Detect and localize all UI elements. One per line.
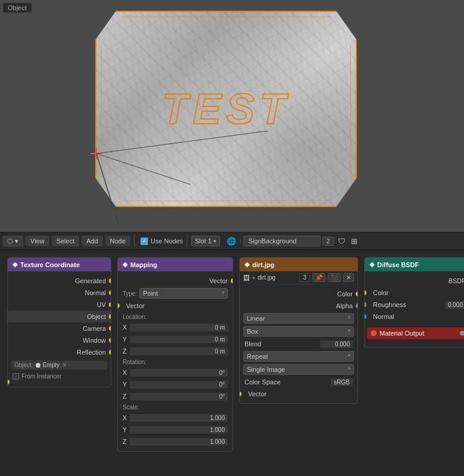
mapping-loc-z-label: Z bbox=[123, 347, 130, 355]
mapping-scale-y-field[interactable]: 1.000 bbox=[130, 426, 228, 434]
dirt-color-space-field[interactable]: sRGB bbox=[331, 378, 353, 386]
tc-normal-socket bbox=[109, 290, 111, 295]
node-editor: ◈ Texture Coordinate Generated Normal UV… bbox=[0, 250, 464, 476]
mapping-loc-y-row: Y 0 m bbox=[118, 333, 233, 345]
editor-type-icon: ⬡ bbox=[7, 237, 13, 245]
diffuse-color-in-socket bbox=[364, 290, 366, 295]
tc-uv-socket bbox=[109, 302, 111, 307]
object-mode-tag: Object bbox=[3, 3, 32, 12]
separator-1 bbox=[134, 235, 134, 247]
image-expand-icon: ▾ bbox=[252, 275, 255, 281]
mapping-scale-z-field[interactable]: 1.000 bbox=[130, 438, 228, 446]
add-menu-button[interactable]: Add bbox=[81, 236, 103, 246]
tc-object-value: Empty bbox=[43, 362, 59, 368]
tc-object-field-label: Object: bbox=[14, 362, 33, 368]
use-nodes-label: Use Nodes bbox=[151, 237, 183, 245]
mapping-rot-y-row: Y 0° bbox=[118, 378, 233, 390]
dirt-repeat-value: Repeat bbox=[247, 353, 268, 360]
mapping-rotation-label: Rotation: bbox=[123, 359, 146, 365]
dirt-color-socket bbox=[356, 292, 358, 296]
mapping-type-value: Point bbox=[143, 290, 158, 297]
mapping-scale-label: Scale: bbox=[123, 404, 139, 411]
diffuse-node-header: ◈ Diffuse BSDF bbox=[365, 258, 464, 271]
editor-type-button[interactable]: ⬡ ▾ bbox=[2, 236, 23, 247]
mapping-loc-z-row: Z 0 m bbox=[118, 345, 233, 357]
mapping-rot-x-label: X bbox=[123, 369, 130, 376]
dirt-single-image-row: Single Image ▾ bbox=[240, 363, 358, 376]
dirt-single-image-arrow-icon: ▾ bbox=[348, 366, 350, 373]
dirt-extension-row: Box ▾ bbox=[240, 325, 358, 338]
dirt-blend-field[interactable]: 0.000 bbox=[320, 340, 353, 348]
image-browse-icon: 🖼 bbox=[243, 274, 250, 281]
tc-object-field-area: Object: Empty ✕ bbox=[8, 358, 111, 372]
tc-camera-socket bbox=[109, 326, 111, 331]
mapping-type-dropdown[interactable]: Point ▾ bbox=[139, 288, 228, 299]
dirt-repeat-dropdown[interactable]: Repeat ▾ bbox=[243, 351, 354, 362]
tc-from-instancer-row: From Instancer bbox=[8, 372, 111, 381]
mapping-type-row: Type: Point ▾ bbox=[118, 287, 233, 300]
select-menu-button[interactable]: Select bbox=[52, 236, 80, 246]
mapping-scale-x-field[interactable]: 1.000 bbox=[130, 414, 228, 422]
mapping-loc-x-field[interactable]: 0 m bbox=[130, 324, 228, 331]
dirt-alpha-out-row: Alpha bbox=[240, 300, 358, 312]
tc-node-header: ◈ Texture Coordinate bbox=[8, 258, 111, 271]
mapping-loc-y-field[interactable]: 0 m bbox=[130, 336, 228, 343]
sign-plaque: TEST bbox=[95, 11, 357, 207]
diffuse-bsdf-out-label: BSDF bbox=[369, 277, 464, 284]
slot-dropdown[interactable]: Slot 1 ▾ bbox=[191, 236, 220, 246]
dirt-pin-button[interactable]: 📌 bbox=[312, 273, 325, 282]
dirt-interpolation-dropdown[interactable]: Linear ▾ bbox=[243, 313, 354, 324]
dirt-interpolation-value: Linear bbox=[247, 315, 265, 322]
diffuse-normal-in-socket bbox=[364, 314, 366, 319]
diffuse-roughness-label: Roughness bbox=[373, 301, 445, 308]
tc-node-title: Texture Coordinate bbox=[20, 261, 80, 268]
mapping-vector-in-socket bbox=[117, 303, 120, 308]
mapping-scale-x-label: X bbox=[123, 414, 130, 421]
mapping-loc-z-field[interactable]: 0 m bbox=[130, 347, 228, 355]
tc-generated-row: Generated bbox=[8, 275, 111, 287]
mapping-scale-x-row: X 1.000 bbox=[118, 412, 233, 424]
dirt-extension-dropdown[interactable]: Box ▾ bbox=[243, 326, 354, 337]
use-nodes-area: ✓ Use Nodes bbox=[140, 237, 183, 245]
dirt-color-out-label: Color bbox=[244, 290, 353, 298]
mapping-rot-y-label: Y bbox=[123, 381, 130, 388]
dirt-browse-button[interactable]: ⬛ bbox=[328, 273, 341, 282]
mapping-location-label: Location: bbox=[123, 314, 147, 320]
tc-bottom-spacer bbox=[8, 381, 111, 383]
shield-icon-button[interactable]: 🛡 bbox=[336, 237, 347, 246]
mapping-node-body: Vector Type: Point ▾ Vector Location: bbox=[118, 271, 233, 451]
dirt-single-image-value: Single Image bbox=[247, 366, 285, 373]
slot-label: Slot 1 bbox=[195, 237, 212, 245]
tc-object-clear-icon[interactable]: ✕ bbox=[62, 362, 67, 368]
mapping-rot-z-label: Z bbox=[123, 393, 130, 400]
mapping-header-icon: ◈ bbox=[123, 261, 127, 268]
dirt-filename: dirt.jpg bbox=[258, 274, 297, 281]
diffuse-normal-label: Normal bbox=[373, 313, 394, 320]
dirt-interpolation-row: Linear ▾ bbox=[240, 312, 358, 325]
mapping-rot-x-field[interactable]: 0° bbox=[130, 369, 228, 377]
dirt-node-title: dirt.jpg bbox=[252, 261, 274, 268]
material-output-node[interactable]: Material Output bbox=[367, 327, 464, 339]
from-instancer-checkbox[interactable] bbox=[12, 373, 19, 380]
mapping-rot-z-field[interactable]: 0° bbox=[130, 393, 228, 400]
dirt-single-image-dropdown[interactable]: Single Image ▾ bbox=[243, 364, 354, 375]
tc-object-label: Object bbox=[12, 313, 106, 320]
dirt-close-button[interactable]: ✕ bbox=[343, 273, 354, 282]
3d-viewport[interactable]: Object TEST bbox=[0, 0, 464, 232]
dirt-extension-value: Box bbox=[247, 328, 258, 335]
new-node-button[interactable]: ⊞ bbox=[349, 237, 359, 246]
mapping-rot-y-field[interactable]: 0° bbox=[130, 381, 228, 389]
slot-arrow-icon: ▾ bbox=[214, 239, 216, 244]
node-menu-button[interactable]: Node bbox=[105, 236, 130, 246]
use-nodes-checkbox[interactable]: ✓ bbox=[140, 237, 148, 245]
node-editor-toolbar: ⬡ ▾ View Select Add Node ✓ Use Nodes Slo… bbox=[0, 232, 464, 250]
globe-icon-button[interactable]: 🌐 bbox=[225, 237, 238, 246]
diffuse-color-row: Color bbox=[365, 287, 464, 299]
diffuse-roughness-field[interactable]: 0.000 bbox=[445, 301, 464, 309]
dirt-node-header: ◈ dirt.jpg bbox=[240, 258, 358, 271]
3d-cursor bbox=[90, 148, 102, 159]
tc-window-row: Window bbox=[8, 334, 111, 346]
material-name-field[interactable] bbox=[243, 236, 321, 246]
view-menu-button[interactable]: View bbox=[26, 236, 49, 246]
dirt-vector-in-label: Vector bbox=[248, 390, 267, 397]
